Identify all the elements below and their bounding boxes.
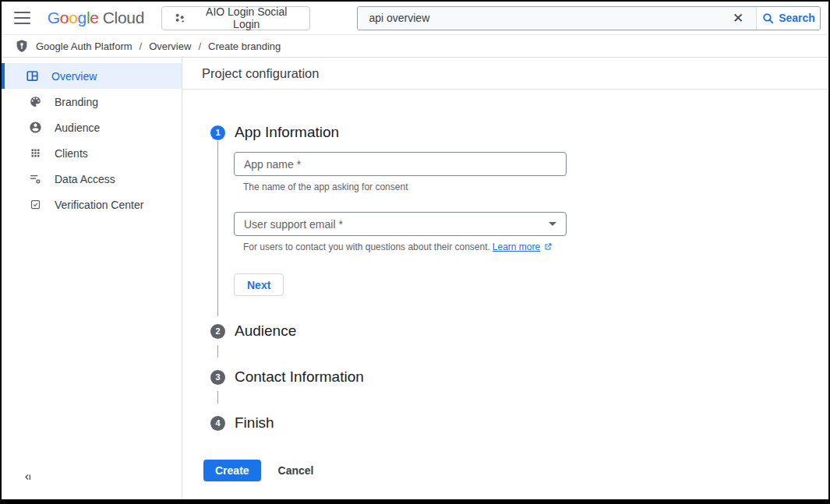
logo-letter: o xyxy=(60,9,69,27)
helper-text: The name of the app asking for consent xyxy=(243,182,408,192)
sidebar-item-label: Branding xyxy=(55,96,98,108)
learn-more-link[interactable]: Learn more xyxy=(493,241,540,252)
collapse-chevron-icon xyxy=(22,471,34,483)
step-4-title: Finish xyxy=(235,414,274,432)
search-icon xyxy=(761,12,775,25)
step-contact-information: 3 Contact Information xyxy=(210,368,828,386)
logo-letter: o xyxy=(69,9,77,27)
app-name-input[interactable] xyxy=(234,152,567,176)
clear-search-button[interactable]: ✕ xyxy=(720,7,756,30)
search-button-label: Search xyxy=(779,12,815,24)
sidebar-item-label: Overview xyxy=(51,70,97,83)
step-connector xyxy=(217,345,218,358)
project-picker-icon xyxy=(174,12,186,24)
breadcrumb-separator: / xyxy=(198,41,201,52)
stepper: 1 App Information The name of the app as… xyxy=(182,90,828,499)
checkbox-check-icon xyxy=(28,198,42,212)
collapse-sidebar-button[interactable] xyxy=(20,470,35,487)
helper-text: For users to contact you with questions … xyxy=(243,241,490,252)
create-button[interactable]: Create xyxy=(203,460,261,481)
app-name-helper-text: The name of the app asking for consent xyxy=(243,182,828,192)
step-connector xyxy=(217,391,218,404)
google-cloud-console-window: G o o g l e Cloud AIO Login Social Login… xyxy=(0,0,830,504)
apps-grid-icon xyxy=(28,146,42,160)
project-selector-label: AIO Login Social Login xyxy=(195,5,298,30)
step-1-badge: 1 xyxy=(210,125,225,140)
select-placeholder: User support email * xyxy=(244,218,343,231)
page-header: Project configuration xyxy=(182,58,828,90)
auth-platform-shield-icon xyxy=(15,39,29,53)
sidebar-item-label: Verification Center xyxy=(55,199,143,211)
search-button[interactable]: Search xyxy=(756,7,820,30)
sidebar-item-verification-center[interactable]: Verification Center xyxy=(2,192,182,217)
next-button[interactable]: Next xyxy=(234,273,284,296)
sidebar-item-branding[interactable]: Branding xyxy=(2,89,182,115)
project-selector-button[interactable]: AIO Login Social Login xyxy=(161,6,310,30)
sidebar-item-label: Clients xyxy=(55,147,88,160)
step-2-title: Audience xyxy=(235,322,296,340)
support-email-helper-text: For users to contact you with questions … xyxy=(243,241,828,252)
page-title: Project configuration xyxy=(202,66,319,81)
sidebar-item-label: Audience xyxy=(55,122,100,134)
breadcrumb-separator: / xyxy=(140,41,143,52)
sidebar-item-audience[interactable]: Audience xyxy=(2,115,182,140)
palette-icon xyxy=(28,95,42,109)
sidebar: Overview Branding Audience xyxy=(2,58,182,499)
breadcrumb-item-overview[interactable]: Overview xyxy=(149,41,191,52)
breadcrumb-item-create-branding[interactable]: Create branding xyxy=(208,41,281,52)
person-circle-icon xyxy=(28,121,42,135)
logo-cloud-text: Cloud xyxy=(103,9,144,27)
step-4-badge: 4 xyxy=(210,416,225,431)
step-3-badge: 3 xyxy=(210,370,225,385)
close-icon: ✕ xyxy=(733,10,743,26)
cancel-button[interactable]: Cancel xyxy=(278,464,314,477)
breadcrumb-item-auth-platform[interactable]: Google Auth Platform xyxy=(36,41,132,52)
breadcrumb: Google Auth Platform / Overview / Create… xyxy=(36,41,281,52)
hamburger-menu-icon[interactable] xyxy=(14,9,30,27)
logo-letter: e xyxy=(90,9,98,27)
breadcrumb-bar: Google Auth Platform / Overview / Create… xyxy=(2,35,828,58)
step-audience: 2 Audience xyxy=(210,322,828,340)
step-1-title: App Information xyxy=(235,124,339,141)
overview-dashboard-icon xyxy=(25,69,39,83)
google-cloud-logo[interactable]: G o o g l e Cloud xyxy=(48,9,144,27)
app-information-form: The name of the app asking for consent U… xyxy=(217,141,828,316)
step-3-title: Contact Information xyxy=(235,368,364,386)
main-panel: Project configuration 1 App Information … xyxy=(182,58,828,499)
logo-letter: G xyxy=(48,9,60,27)
step-finish: 4 Finish xyxy=(210,414,828,432)
step-app-information: 1 App Information xyxy=(210,124,828,141)
sidebar-item-clients[interactable]: Clients xyxy=(2,140,182,166)
sidebar-item-data-access[interactable]: Data Access xyxy=(2,166,182,192)
user-support-email-select[interactable]: User support email * xyxy=(234,212,567,236)
top-bar: G o o g l e Cloud AIO Login Social Login… xyxy=(2,2,828,35)
sidebar-item-overview[interactable]: Overview xyxy=(2,63,182,89)
sidebar-item-label: Data Access xyxy=(55,173,115,185)
step-2-badge: 2 xyxy=(210,324,225,339)
search-bar: ✕ Search xyxy=(357,6,821,30)
list-gear-icon xyxy=(28,172,42,186)
chevron-down-icon xyxy=(549,222,556,226)
form-actions: Create Cancel xyxy=(203,460,828,481)
logo-letter: g xyxy=(78,9,87,27)
external-link-icon xyxy=(543,242,553,252)
search-input[interactable] xyxy=(358,7,720,30)
